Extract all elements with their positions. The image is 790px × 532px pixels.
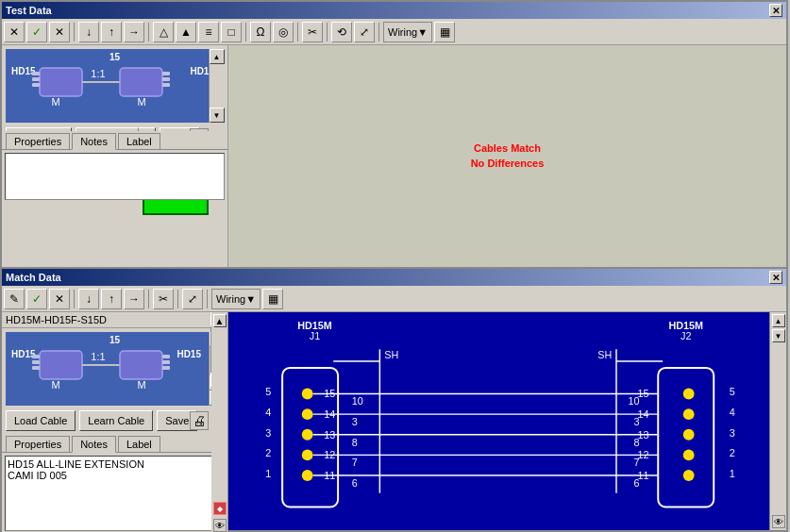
- match-toolbar-check-btn[interactable]: ✓: [26, 289, 47, 309]
- left-tool-red[interactable]: ◆: [213, 502, 227, 515]
- test-data-left-panel: 15 HD15 1:1 M: [2, 45, 228, 271]
- svg-text:6: 6: [352, 477, 358, 489]
- match-toolbar-pencil-btn[interactable]: ✎: [4, 289, 25, 309]
- connector-diagram: 15 HD15 1:1 M: [6, 49, 224, 123]
- notes-textarea[interactable]: [5, 153, 225, 200]
- svg-rect-9: [162, 83, 170, 87]
- left-side-tools: ▲ ◆ 👁: [211, 312, 228, 532]
- svg-text:7: 7: [352, 457, 358, 468]
- svg-rect-21: [162, 366, 170, 370]
- svg-text:3: 3: [730, 427, 735, 439]
- match-toolbar-grid-btn[interactable]: ▦: [262, 289, 283, 309]
- svg-text:1: 1: [730, 468, 735, 479]
- toolbar-cancel-btn[interactable]: ✕: [49, 22, 70, 42]
- toolbar-delta-btn[interactable]: △: [153, 22, 174, 42]
- svg-text:15: 15: [324, 388, 335, 399]
- match-toolbar-sep1: [74, 290, 75, 308]
- match-toolbar-scissors-btn[interactable]: ✂: [153, 289, 174, 309]
- svg-text:1:1: 1:1: [91, 68, 105, 79]
- wiring-eye-btn[interactable]: 👁: [772, 515, 785, 528]
- toolbar-down-btn[interactable]: ↓: [78, 22, 99, 42]
- match-connector-diagram: 15 HD15 1:1 M M HD15 ▲ ▶ ▼: [6, 332, 224, 406]
- toolbar-omega-btn[interactable]: Ω: [250, 22, 271, 42]
- connector-scrollbar: ▲ ▼: [209, 49, 224, 123]
- toolbar-check-btn[interactable]: ✓: [26, 22, 47, 42]
- svg-text:J1: J1: [310, 330, 320, 341]
- match-tab-notes[interactable]: Notes: [72, 436, 116, 453]
- tab-notes[interactable]: Notes: [72, 133, 116, 150]
- match-toolbar-wiring-dropdown[interactable]: Wiring ▼: [211, 289, 261, 309]
- svg-rect-3: [32, 83, 40, 87]
- svg-text:HD15M: HD15M: [297, 320, 332, 331]
- match-toolbar-cancel-btn[interactable]: ✕: [49, 289, 70, 309]
- match-tabs-section: Properties Notes Label HD15 ALL-LINE EXT…: [2, 434, 227, 531]
- match-notes-line1: HD15 ALL-LINE EXTENSION: [8, 458, 222, 470]
- svg-text:SH: SH: [597, 349, 612, 360]
- toolbar-square-btn[interactable]: □: [221, 22, 242, 42]
- svg-point-50: [302, 449, 313, 460]
- load-cable-button[interactable]: Load Cable: [6, 410, 76, 431]
- svg-rect-6: [120, 68, 162, 96]
- svg-rect-2: [32, 77, 40, 81]
- toolbar-grid-btn[interactable]: ▦: [434, 22, 455, 42]
- wiring-tool-1[interactable]: ▲: [772, 314, 785, 327]
- match-toolbar-up-btn[interactable]: ↑: [101, 289, 122, 309]
- svg-text:2: 2: [730, 447, 735, 458]
- svg-point-56: [683, 470, 695, 481]
- toolbar-refresh-btn[interactable]: ⟲: [331, 22, 352, 42]
- match-print-button[interactable]: 🖨: [190, 411, 209, 430]
- wiring-right-tools: ▲ ▼ 👁: [769, 312, 786, 530]
- match-buttons-row: Load Cable Learn Cable Save 🖨: [2, 407, 227, 434]
- wiring-tool-2[interactable]: ▼: [772, 329, 785, 342]
- toolbar-lines-btn[interactable]: ≡: [198, 22, 219, 42]
- test-data-close-button[interactable]: ✕: [769, 4, 782, 17]
- toolbar-right-btn[interactable]: →: [124, 22, 144, 42]
- match-notes-content: HD15 ALL-LINE EXTENSION CAMI ID 005: [8, 458, 222, 528]
- wiring-label: Wiring: [388, 26, 417, 38]
- match-toolbar-right-btn[interactable]: →: [124, 289, 144, 309]
- match-tab-properties[interactable]: Properties: [6, 436, 70, 452]
- svg-point-54: [683, 429, 695, 441]
- svg-text:10: 10: [352, 395, 363, 407]
- toolbar-wiring-dropdown[interactable]: Wiring ▼: [383, 22, 432, 42]
- svg-text:8: 8: [352, 437, 358, 448]
- svg-point-49: [302, 429, 313, 441]
- toolbar-scissors-btn[interactable]: ✂: [302, 22, 323, 42]
- match-connector-right-label: HD15: [176, 349, 201, 359]
- match-tab-label[interactable]: Label: [118, 436, 160, 452]
- match-notes-line2: CAMI ID 005: [8, 470, 222, 481]
- toolbar-x-btn[interactable]: ✕: [4, 22, 25, 42]
- test-data-title: Test Data: [6, 5, 52, 16]
- svg-point-52: [683, 389, 695, 400]
- svg-text:2: 2: [265, 447, 271, 458]
- toolbar-expand-btn[interactable]: ⤢: [354, 22, 375, 42]
- svg-text:M: M: [51, 379, 59, 391]
- svg-text:HD15M: HD15M: [668, 320, 703, 331]
- toolbar-sep4: [297, 23, 298, 42]
- match-data-close-button[interactable]: ✕: [769, 271, 782, 284]
- match-toolbar-down-btn[interactable]: ↓: [78, 289, 99, 309]
- svg-text:5: 5: [730, 386, 735, 397]
- eye-icon-btn[interactable]: 👁: [213, 519, 227, 532]
- toolbar-up-btn[interactable]: ↑: [101, 22, 122, 42]
- svg-text:M: M: [137, 96, 145, 108]
- svg-point-53: [683, 408, 695, 420]
- learn-cable-button[interactable]: Learn Cable: [79, 410, 153, 431]
- svg-rect-13: [32, 355, 40, 358]
- toolbar-delta2-btn[interactable]: ▲: [176, 22, 196, 42]
- tab-label[interactable]: Label: [118, 133, 160, 149]
- scroll-up-btn[interactable]: ▲: [210, 49, 225, 64]
- left-tool-up[interactable]: ▲: [213, 314, 227, 327]
- match-toolbar-sep2: [148, 290, 149, 308]
- match-toolbar-expand-btn[interactable]: ⤢: [182, 289, 203, 309]
- svg-rect-7: [162, 72, 170, 75]
- svg-text:12: 12: [324, 449, 335, 460]
- match-wiring-label: Wiring: [216, 293, 245, 305]
- wiring-svg: HD15M J1 HD15M J2 SH SH 5 4 3 2 1: [228, 312, 786, 530]
- test-main-display: Cables Match No Differences: [228, 45, 786, 267]
- cables-match-line1: Cables Match: [471, 141, 545, 156]
- scroll-down-btn[interactable]: ▼: [210, 108, 225, 123]
- tab-properties[interactable]: Properties: [6, 133, 70, 149]
- test-tabs-section: Properties Notes Label: [2, 131, 227, 207]
- toolbar-circle-btn[interactable]: ◎: [273, 22, 294, 42]
